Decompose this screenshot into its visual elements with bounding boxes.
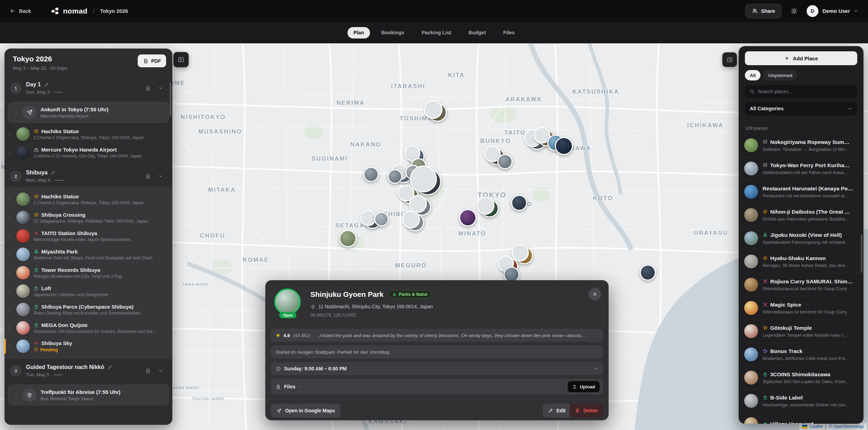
place-list-item[interactable]: Rojiura Curry SAMURAI. Shim…Shimokitazaw… <box>739 273 863 296</box>
chevron-down-icon <box>847 106 852 111</box>
place-list-item[interactable]: Nihon-ji Daibutsu (The Great …Größte aus… <box>739 204 863 227</box>
pencil-icon[interactable] <box>44 82 49 87</box>
delete-button[interactable]: Delete <box>569 404 603 418</box>
collapse-right-panel-button[interactable] <box>722 52 737 67</box>
upload-button[interactable]: Upload <box>568 381 600 392</box>
drag-handle-icon[interactable] <box>7 344 12 349</box>
day-notes-icon[interactable] <box>145 85 151 91</box>
chevron-down-icon[interactable] <box>158 368 163 373</box>
itinerary-place-row[interactable]: Shibuya Crossing21 Udagawacho, Shibuya, … <box>5 208 172 227</box>
place-list-item[interactable]: Tokyo-Wan Ferry Port Kuriha…Abfahrtsstat… <box>739 157 863 180</box>
theme-toggle-sun-icon[interactable] <box>791 8 798 15</box>
right-scrollbar-thumb[interactable] <box>861 234 862 273</box>
place-list-item[interactable]: Hyaku-Shaku KannonRiesiges, 30 Meter hoh… <box>739 250 863 273</box>
drag-handle-icon[interactable] <box>7 215 12 220</box>
drag-handle-icon[interactable] <box>13 110 18 115</box>
map-place-marker[interactable] <box>555 137 573 155</box>
itinerary-scroll-area[interactable]: 1Day 1Sun, May 3Ankunft in Tokyo (7:55 U… <box>5 76 172 425</box>
map-place-marker[interactable] <box>374 212 389 226</box>
tab-files[interactable]: Files <box>497 27 521 38</box>
collapse-left-panel-button[interactable] <box>173 52 189 67</box>
map-place-marker[interactable] <box>497 154 513 169</box>
map-place-marker[interactable] <box>459 209 476 226</box>
tab-bookings[interactable]: Bookings <box>376 27 410 38</box>
places-list[interactable]: Nokogiriyama Ropeway Sum…Seilbahn: Talst… <box>739 134 863 424</box>
share-button[interactable]: Share <box>745 4 781 18</box>
avatar[interactable]: D <box>807 5 818 17</box>
day-header-1[interactable]: 1Day 1Sun, May 3 <box>5 76 172 99</box>
category-filter-value: All Categories <box>750 106 784 111</box>
close-icon[interactable] <box>588 288 601 300</box>
drag-handle-icon[interactable] <box>7 233 12 239</box>
filter-all-pill[interactable]: All <box>745 70 760 80</box>
add-place-button[interactable]: Add Place <box>745 51 857 65</box>
map-place-marker[interactable] <box>406 213 424 231</box>
map-place-marker[interactable] <box>363 167 379 182</box>
drag-handle-icon[interactable] <box>7 252 12 257</box>
files-row[interactable]: Files Upload <box>271 379 603 395</box>
export-pdf-button[interactable]: PDF <box>138 54 166 67</box>
search-places-input[interactable]: Search places... <box>745 85 857 98</box>
place-list-item[interactable]: Bonus TrackModernes, dörfliches Café-Are… <box>739 343 863 366</box>
map-place-marker[interactable] <box>511 195 527 211</box>
day-header-3[interactable]: 3Guided Tagestour nach NikkōTue, May 5 <box>5 359 172 382</box>
drag-handle-icon[interactable] <box>7 307 12 312</box>
place-list-item[interactable]: B-Side LabelHochwertige, wasserfeste Sti… <box>739 389 863 413</box>
day-notes-icon[interactable] <box>145 173 151 179</box>
place-list-item[interactable]: Village Vanguard <box>739 413 863 424</box>
itinerary-place-row[interactable]: TAITO Station ShibuyaMehrstöckige Arcade… <box>5 227 172 245</box>
edit-button[interactable]: Edit <box>543 404 571 418</box>
itinerary-place-row[interactable]: Shibuya SkyPending <box>5 337 172 355</box>
place-list-item[interactable]: Gōtokuji TempleLegendärer Tempel voller … <box>739 320 863 343</box>
drag-handle-icon[interactable] <box>7 289 12 294</box>
map-place-marker[interactable] <box>339 230 356 247</box>
drag-handle-icon[interactable] <box>7 325 12 330</box>
place-list-item[interactable]: Nokogiriyama Ropeway Sum…Seilbahn: Talst… <box>739 134 863 157</box>
map-place-marker[interactable] <box>388 169 402 184</box>
itinerary-stop-card[interactable]: Treffpunkt für Abreise (7:55 Uhr)Bus Ter… <box>8 385 169 405</box>
place-list-item[interactable]: 3COINS ShimokitazawaStylischer 300-Yen-L… <box>739 366 863 389</box>
itinerary-place-row[interactable]: Shibuya Parco (Cyberspace Shibuya)Retro-… <box>5 300 172 319</box>
map-place-marker[interactable] <box>414 168 441 195</box>
category-filter-select[interactable]: All Categories <box>745 102 857 115</box>
open-google-maps-button[interactable]: Open in Google Maps <box>271 404 341 418</box>
day-notes-icon[interactable] <box>145 368 151 374</box>
chevron-down-icon[interactable] <box>158 173 163 179</box>
itinerary-place-row[interactable]: Hachiko Statue2 Chome-1 Dogenzaka, Shibu… <box>5 125 172 143</box>
itinerary-place-row[interactable]: Miyashita ParkModerner Park mit Shops, F… <box>5 245 172 264</box>
itinerary-place-row[interactable]: MEGA Don QuijoteChaotischer 24h-Discount… <box>5 319 172 337</box>
drag-handle-icon[interactable] <box>7 270 12 275</box>
drag-handle-icon[interactable] <box>7 131 12 137</box>
note-field[interactable]: Startet im riesigen Stadtpark. Perfekt f… <box>271 345 603 359</box>
map-place-marker[interactable] <box>640 265 656 281</box>
app-logo[interactable]: nomad <box>51 7 87 16</box>
itinerary-place-row[interactable]: Mercure Tokyo Haneda Airport1-chōme-2-11… <box>5 143 172 162</box>
itinerary-place-row[interactable]: Hachiko Statue2 Chome-1 Dogenzaka, Shibu… <box>5 190 172 208</box>
chevron-down-icon[interactable] <box>853 8 858 14</box>
pencil-icon[interactable] <box>51 170 55 175</box>
itinerary-place-row[interactable]: LoftJapanischer Lifestyle- und Designsto… <box>5 282 172 300</box>
attribution-leaflet-link[interactable]: Leaflet <box>810 424 823 429</box>
map-place-marker[interactable] <box>481 199 499 217</box>
attribution-osm-link[interactable]: © OpenStreetMap <box>829 424 864 429</box>
chevron-down-icon[interactable] <box>158 85 163 91</box>
opening-hours-row[interactable]: Sunday: 9:00 AM – 6:00 PM <box>271 362 603 375</box>
tab-budget[interactable]: Budget <box>463 27 492 38</box>
place-list-item[interactable]: Magic SpiceShimokitazawa ist berühmt für… <box>739 296 863 320</box>
itinerary-stop-card[interactable]: Ankunft in Tokyo (7:55 Uhr)Mercure Haned… <box>8 102 169 123</box>
drag-handle-icon[interactable] <box>7 150 12 155</box>
left-scrollbar-thumb[interactable] <box>170 83 171 115</box>
place-list-item[interactable]: Jigoku Nozoki (View of Hell)Spektakuläre… <box>739 227 863 250</box>
map-place-marker[interactable] <box>516 247 533 264</box>
itinerary-place-row[interactable]: Tower Records ShibuyaRiesiger Musikladen… <box>5 264 172 282</box>
place-list-item[interactable]: Restaurant Harunatei (Kanaya Po…Restaura… <box>739 180 863 204</box>
map-place-marker[interactable] <box>428 103 447 122</box>
back-button[interactable]: Back <box>10 8 31 14</box>
filter-unplanned-pill[interactable]: Unplanned <box>763 70 797 80</box>
drag-handle-icon[interactable] <box>13 393 18 398</box>
day-header-2[interactable]: 2ShibuyaMon, May 4 <box>5 164 172 187</box>
drag-handle-icon[interactable] <box>7 197 12 202</box>
tab-plan[interactable]: Plan <box>347 27 370 38</box>
tab-packing-list[interactable]: Packing List <box>416 27 457 38</box>
pencil-icon[interactable] <box>108 365 112 370</box>
